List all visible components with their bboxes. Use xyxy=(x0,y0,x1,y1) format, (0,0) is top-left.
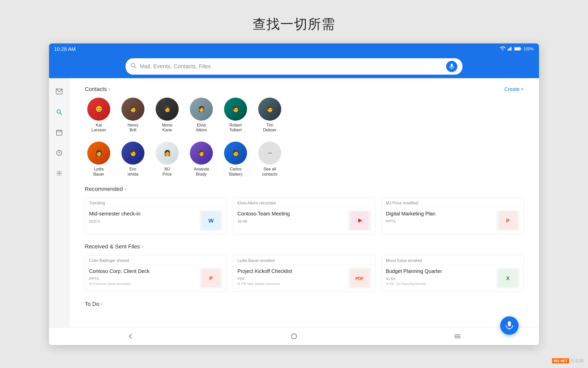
svg-line-9 xyxy=(134,66,136,68)
card3-thumb: P xyxy=(496,210,519,231)
contact-eric[interactable]: 🧑 EricIshida xyxy=(119,142,147,176)
card2-meta: 36:49 xyxy=(237,219,345,223)
recommended-card-3[interactable]: MJ Price modified Digital Marketing Plan… xyxy=(382,198,524,234)
sidebar-item-mail[interactable] xyxy=(54,86,65,97)
battery-icon xyxy=(514,47,521,52)
contacts-row-2: 👩 LydiaBauer 🧑 EricIshida 👩 MJPrice xyxy=(85,142,524,176)
contact-elvia[interactable]: 👩 ElviaAtkins xyxy=(187,98,215,132)
svg-text:P: P xyxy=(506,218,509,224)
card1-type: DOCX xyxy=(89,219,197,223)
svg-rect-44 xyxy=(508,321,511,326)
card1-body: Mid-semester check-in DOCX W xyxy=(85,207,227,234)
bottom-nav xyxy=(49,327,539,345)
svg-line-14 xyxy=(60,113,62,114)
svg-rect-2 xyxy=(509,48,509,51)
svg-rect-3 xyxy=(510,48,510,51)
create-button[interactable]: Create + xyxy=(504,86,524,92)
recommended-title[interactable]: Recommended › xyxy=(85,186,126,192)
card3-title: Digital Marketing Plan xyxy=(386,210,493,217)
contact-lydia[interactable]: 👩 LydiaBauer xyxy=(85,142,113,176)
contact-tim[interactable]: 🧑 TimDeboer xyxy=(256,98,284,132)
card2-thumb xyxy=(348,210,371,231)
received-sent-title[interactable]: Received & Sent Files › xyxy=(85,243,143,250)
svg-point-21 xyxy=(58,172,60,174)
rcard1-type: PPTX xyxy=(89,277,197,281)
mic-button[interactable] xyxy=(446,61,457,72)
card3-body: Digital Marketing Plan PPTX P xyxy=(382,207,523,234)
status-time: 10:28 AM xyxy=(54,46,76,52)
svg-rect-4 xyxy=(511,47,511,51)
recommended-card-1[interactable]: Trending Mid-semester check-in DOCX xyxy=(85,198,227,234)
page-title: 查找一切所需 xyxy=(253,15,335,33)
rcard3-header: Mona Kane emailed xyxy=(382,255,523,265)
rcard2-body: Project Kickoff Checklist PDF ✉ PM New S… xyxy=(233,265,375,291)
card2-body: Contoso Team Meeting 36:49 xyxy=(233,207,375,234)
contact-mona[interactable]: 👩 MonaKane xyxy=(153,98,181,132)
sidebar-item-calendar[interactable] xyxy=(54,127,65,138)
rcard2-title: Project Kickoff Checklist xyxy=(237,268,345,274)
rcard3-type: XLSX xyxy=(386,277,493,281)
search-icon xyxy=(131,63,136,70)
received-sent-header: Received & Sent Files › xyxy=(85,243,524,250)
todo-title[interactable]: To Do › xyxy=(85,301,524,307)
contact-robert[interactable]: 🧑 RobertTolbert xyxy=(222,98,250,132)
contacts-section-header: Contacts › Create + xyxy=(85,86,524,93)
sidebar: ? xyxy=(49,78,69,327)
device-frame: 10:28 AM xyxy=(49,43,539,345)
sidebar-item-settings[interactable] xyxy=(54,168,65,179)
contacts-title[interactable]: Contacts › xyxy=(85,86,110,93)
rcard2-type: PDF xyxy=(237,277,345,281)
svg-point-0 xyxy=(502,50,503,51)
contact-mj[interactable]: 👩 MJPrice xyxy=(153,142,181,176)
rcard2-header: Lydia Bauer emailed xyxy=(233,255,375,265)
signal-icon xyxy=(508,47,512,52)
contact-amanda[interactable]: 👩 AmandaBrady xyxy=(187,142,215,176)
contact-henry[interactable]: 🧑 HenryBrill xyxy=(119,98,147,132)
wifi-icon xyxy=(500,47,506,52)
received-card-2[interactable]: Lydia Bauer emailed Project Kickoff Chec… xyxy=(233,255,375,292)
search-bar[interactable]: Mail, Events, Contacts, Files xyxy=(126,58,462,75)
svg-rect-15 xyxy=(56,130,62,135)
menu-button[interactable] xyxy=(450,331,465,341)
fab-button[interactable] xyxy=(500,316,519,335)
card1-title: Mid-semester check-in xyxy=(89,210,197,217)
contacts-chevron: › xyxy=(108,87,110,92)
svg-text:PDF: PDF xyxy=(356,277,364,281)
rcard1-title: Contoso Corp: Client Deck xyxy=(89,268,197,274)
card3-type: PPTX xyxy=(386,219,493,223)
recommended-card-2[interactable]: Elvia Atkins recorded Contoso Team Meeti… xyxy=(233,198,375,234)
svg-text:X: X xyxy=(506,275,510,281)
received-card-1[interactable]: Colin Ballinger shared Contoso Corp: Cli… xyxy=(85,255,227,292)
watermark: 962.NET 乐游网 xyxy=(552,358,584,364)
card3-header: MJ Price modified xyxy=(382,198,523,207)
see-all-contacts[interactable]: ··· See allcontacts xyxy=(256,142,284,176)
contact-kat[interactable]: 😊 KatLarsson xyxy=(85,98,113,132)
back-button[interactable] xyxy=(123,331,138,341)
todo-section: To Do › xyxy=(85,301,524,307)
received-card-3[interactable]: Mona Kane emailed Budget Planning Quarte… xyxy=(382,255,524,292)
search-input[interactable]: Mail, Events, Contacts, Files xyxy=(140,63,443,70)
card2-header: Elvia Atkins recorded xyxy=(233,198,375,207)
received-sent-cards: Colin Ballinger shared Contoso Corp: Cli… xyxy=(85,255,524,292)
svg-text:W: W xyxy=(209,217,214,224)
sidebar-item-help[interactable]: ? xyxy=(54,147,65,158)
card2-title: Contoso Team Meeting xyxy=(237,210,345,217)
received-sent-section: Received & Sent Files › Colin Ballinger … xyxy=(85,243,524,292)
content-area: Contacts › Create + 😊 KatLarsson xyxy=(69,78,539,327)
sidebar-item-search[interactable] xyxy=(54,106,65,118)
rcard3-body: Budget Planning Quarter XLSX ✉ RE: Q3 Pl… xyxy=(382,265,523,291)
main-content: ? Contacts › Create + xyxy=(49,78,539,327)
todo-chevron: › xyxy=(101,301,102,307)
contact-carlos[interactable]: 🧑 CarlosSlattery xyxy=(222,142,250,176)
svg-point-34 xyxy=(291,334,297,339)
create-plus-icon: + xyxy=(521,86,524,92)
svg-rect-1 xyxy=(508,49,508,51)
rcard2-thumb: PDF xyxy=(348,268,371,288)
svg-rect-6 xyxy=(515,48,520,50)
svg-rect-7 xyxy=(521,48,521,50)
search-bar-area: Mail, Events, Contacts, Files xyxy=(49,55,539,78)
recommended-section: Recommended › Trending Mid-semester chec… xyxy=(85,186,524,234)
rcard3-title: Budget Planning Quarter xyxy=(386,268,493,274)
recommended-chevron: › xyxy=(124,186,126,192)
home-button[interactable] xyxy=(286,331,302,341)
